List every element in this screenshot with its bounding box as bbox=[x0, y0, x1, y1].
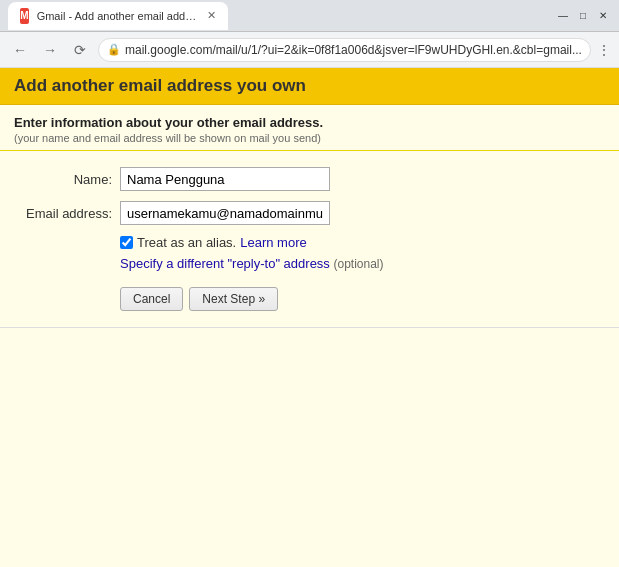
page-background bbox=[0, 328, 619, 567]
reply-to-row: Specify a different "reply-to" address (… bbox=[120, 256, 599, 271]
chrome-menu-icon[interactable]: ⋮ bbox=[597, 42, 611, 58]
name-input[interactable] bbox=[120, 167, 330, 191]
info-subtitle: (your name and email address will be sho… bbox=[14, 132, 605, 144]
info-box: Enter information about your other email… bbox=[0, 105, 619, 151]
main-content: Enter information about your other email… bbox=[0, 105, 619, 567]
tab-close-button[interactable]: ✕ bbox=[207, 9, 216, 23]
email-input[interactable] bbox=[120, 201, 330, 225]
page-title: Add another email address you own bbox=[14, 76, 306, 95]
learn-more-link[interactable]: Learn more bbox=[240, 235, 306, 250]
tab-title: Gmail - Add another email address you ow… bbox=[37, 10, 199, 22]
browser-tab[interactable]: M Gmail - Add another email address you … bbox=[8, 2, 228, 30]
content-section: Enter information about your other email… bbox=[0, 105, 619, 328]
form-area: Name: Email address: Treat as an alias. … bbox=[0, 151, 619, 327]
reply-to-link[interactable]: Specify a different "reply-to" address bbox=[120, 256, 330, 271]
cancel-button[interactable]: Cancel bbox=[120, 287, 183, 311]
optional-label: (optional) bbox=[334, 257, 384, 271]
restore-button[interactable]: □ bbox=[575, 8, 591, 24]
alias-checkbox-row: Treat as an alias. Learn more bbox=[120, 235, 599, 250]
button-row: Cancel Next Step » bbox=[120, 287, 599, 311]
email-label: Email address: bbox=[20, 206, 120, 221]
alias-label: Treat as an alias. bbox=[137, 235, 236, 250]
minimize-button[interactable]: — bbox=[555, 8, 571, 24]
alias-checkbox[interactable] bbox=[120, 236, 133, 249]
back-button[interactable]: ← bbox=[8, 38, 32, 62]
name-row: Name: bbox=[20, 167, 599, 191]
email-row: Email address: bbox=[20, 201, 599, 225]
info-title: Enter information about your other email… bbox=[14, 115, 605, 130]
lock-icon: 🔒 bbox=[107, 43, 121, 56]
next-step-button[interactable]: Next Step » bbox=[189, 287, 278, 311]
name-label: Name: bbox=[20, 172, 120, 187]
title-bar: M Gmail - Add another email address you … bbox=[0, 0, 619, 32]
url-bar[interactable]: 🔒 mail.google.com/mail/u/1/?ui=2&ik=0f8f… bbox=[98, 38, 591, 62]
tab-favicon: M bbox=[20, 8, 29, 24]
url-text: mail.google.com/mail/u/1/?ui=2&ik=0f8f1a… bbox=[125, 43, 582, 57]
close-button[interactable]: ✕ bbox=[595, 8, 611, 24]
window-controls: — □ ✕ bbox=[555, 8, 611, 24]
page-header: Add another email address you own bbox=[0, 68, 619, 105]
address-bar: ← → ⟳ 🔒 mail.google.com/mail/u/1/?ui=2&i… bbox=[0, 32, 619, 68]
forward-button[interactable]: → bbox=[38, 38, 62, 62]
reload-button[interactable]: ⟳ bbox=[68, 38, 92, 62]
